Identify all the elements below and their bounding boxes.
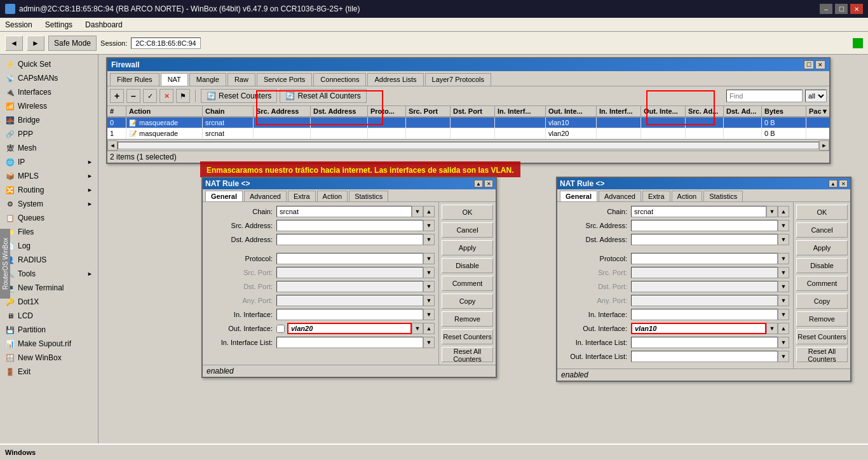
find-input[interactable] [726,90,803,102]
nat-dialog1-comment-button[interactable]: Comment [442,276,493,291]
in-iface-list-dropdown[interactable]: ▼ [423,337,435,348]
nat-dialog2-expand-button[interactable]: ▲ [829,180,837,187]
d2-out-iface-list-dropdown[interactable]: ▼ [778,351,789,362]
nat-dialog2-tab-action[interactable]: Action [672,191,703,201]
nat-dialog2-close-button[interactable]: ✕ [839,180,848,187]
d2-chain-input[interactable] [631,206,766,217]
close-button[interactable]: ✕ [850,4,863,14]
d2-in-iface-input[interactable] [631,309,778,320]
sidebar-item-files[interactable]: 📁 Files [0,225,98,239]
nat-dialog1-apply-button[interactable]: Apply [442,240,493,255]
nat-dialog1-reset-counters-button[interactable]: Reset Counters [442,329,493,344]
d2-src-address-dropdown[interactable]: ▼ [778,220,789,231]
nat-dialog2-comment-button[interactable]: Comment [796,276,848,291]
d2-protocol-input[interactable] [631,253,778,264]
sidebar-item-log[interactable]: 📄 Log [0,239,98,253]
nat-dialog1-expand-button[interactable]: ▲ [474,180,483,187]
protocol-dropdown[interactable]: ▼ [423,253,435,264]
sidebar-item-exit[interactable]: 🚪 Exit [0,365,98,379]
d2-out-iface-input[interactable] [631,323,766,334]
maximize-button[interactable]: ☐ [835,4,848,14]
nat-dialog2-tab-advanced[interactable]: Advanced [599,191,641,201]
reset-counters-button[interactable]: 🔄 Reset Counters [201,89,277,103]
protocol-input[interactable] [276,253,423,264]
dst-address-dropdown[interactable]: ▼ [423,234,435,245]
d2-in-iface-list-input[interactable] [631,337,778,348]
in-iface-input[interactable] [276,309,423,320]
sidebar-item-wireless[interactable]: 📶 Wireless [0,99,98,113]
d2-out-iface-up-button[interactable]: ▲ [778,323,789,334]
nat-dialog2-reset-counters-button[interactable]: Reset Counters [796,329,848,344]
sidebar-item-quickset[interactable]: ⚡ Quick Set [0,57,98,71]
nat-dialog2-cancel-button[interactable]: Cancel [796,222,848,238]
find-select[interactable]: all [805,90,827,102]
sidebar-item-partition[interactable]: 💾 Partition [0,323,98,337]
nat-dialog2-copy-button[interactable]: Copy [796,294,848,309]
menu-dashboard[interactable]: Dashboard [83,19,125,30]
d2-protocol-dropdown[interactable]: ▼ [778,253,789,264]
d2-dst-address-input[interactable] [631,234,778,245]
nat-dialog1-close-button[interactable]: ✕ [484,180,493,187]
nat-dialog2-apply-button[interactable]: Apply [796,240,848,255]
d2-out-iface-list-input[interactable] [631,351,778,362]
sidebar-item-ppp[interactable]: 🔗 PPP [0,127,98,141]
src-address-input[interactable] [276,220,423,231]
nat-dialog2-disable-button[interactable]: Disable [796,258,848,273]
src-port-dropdown[interactable]: ▼ [423,267,435,278]
safe-mode-button[interactable]: Safe Mode [48,36,97,51]
firewall-maximize-button[interactable]: ☐ [804,60,814,69]
forward-button[interactable]: ► [27,36,44,51]
sidebar-item-radius[interactable]: 👤 RADIUS [0,253,98,267]
sidebar-item-mpls[interactable]: 📦 MPLS ► [0,169,98,183]
table-row[interactable]: 1 📝masquerade srcnat vlan20 [107,128,829,139]
sidebar-item-queues[interactable]: 📋 Queues [0,211,98,225]
out-iface-input[interactable] [287,323,412,334]
back-button[interactable]: ◄ [5,36,23,51]
remove-rule-button[interactable]: – [126,89,140,103]
sidebar-item-makesupout[interactable]: 📊 Make Supout.rif [0,337,98,351]
nat-dialog1-tab-advanced[interactable]: Advanced [244,191,287,201]
sidebar-item-bridge[interactable]: 🌉 Bridge [0,113,98,127]
firewall-close-button[interactable]: ✕ [815,60,825,69]
d2-chain-up[interactable]: ▲ [778,206,789,217]
in-iface-dropdown[interactable]: ▼ [423,309,435,320]
table-row[interactable]: 0 📝masquerade srcnat vlan10 [107,118,829,128]
sidebar-item-newterminal[interactable]: 💻 New Terminal [0,281,98,295]
sidebar-item-capsman[interactable]: 📡 CAPsMANs [0,71,98,85]
nat-dialog2-tab-extra[interactable]: Extra [642,191,670,201]
nat-dialog2-tab-stats[interactable]: Statistics [703,191,743,201]
enable-rule-button[interactable]: ✓ [143,89,157,103]
out-iface-up-button[interactable]: ▲ [423,323,435,334]
tab-address-lists[interactable]: Address Lists [367,73,423,86]
nat-dialog1-cancel-button[interactable]: Cancel [442,222,493,238]
dst-address-input[interactable] [276,234,423,245]
nat-dialog1-tab-stats[interactable]: Statistics [349,191,388,201]
tab-nat[interactable]: NAT [161,73,188,86]
sidebar-item-dot1x[interactable]: 🔑 Dot1X [0,295,98,309]
sidebar-item-system[interactable]: ⚙ System ► [0,197,98,211]
filter-button[interactable]: ⚑ [176,89,190,103]
sidebar-item-lcd[interactable]: 🖥 LCD [0,309,98,323]
menu-settings[interactable]: Settings [43,19,75,30]
tab-mangle[interactable]: Mangle [189,73,226,86]
chain-input[interactable] [276,206,412,217]
minimize-button[interactable]: – [820,4,832,14]
sidebar-item-interfaces[interactable]: 🔌 Interfaces [0,85,98,99]
nat-dialog1-remove-button[interactable]: Remove [442,311,493,327]
sidebar-item-mesh[interactable]: 🕸 Mesh [0,141,98,155]
horizontal-scrollbar[interactable]: ◄ ► [107,139,829,151]
nat-dialog1-ok-button[interactable]: OK [442,205,493,220]
nat-dialog1-tab-general[interactable]: General [205,191,243,201]
d2-src-port-dropdown[interactable]: ▼ [778,267,789,278]
tab-connections[interactable]: Connections [313,73,366,86]
d2-dst-port-dropdown[interactable]: ▼ [778,281,789,292]
out-iface-dropdown[interactable]: ▼ [412,323,423,334]
d2-dst-address-dropdown[interactable]: ▼ [778,234,789,245]
d2-any-port-dropdown[interactable]: ▼ [778,295,789,306]
d2-out-iface-dropdown[interactable]: ▼ [766,323,778,334]
chain-dropdown-button[interactable]: ▼ [412,206,423,217]
add-rule-button[interactable]: + [110,89,124,103]
scroll-right-button[interactable]: ► [819,140,829,151]
d2-in-iface-list-dropdown[interactable]: ▼ [778,337,789,348]
src-address-dropdown[interactable]: ▼ [423,220,435,231]
